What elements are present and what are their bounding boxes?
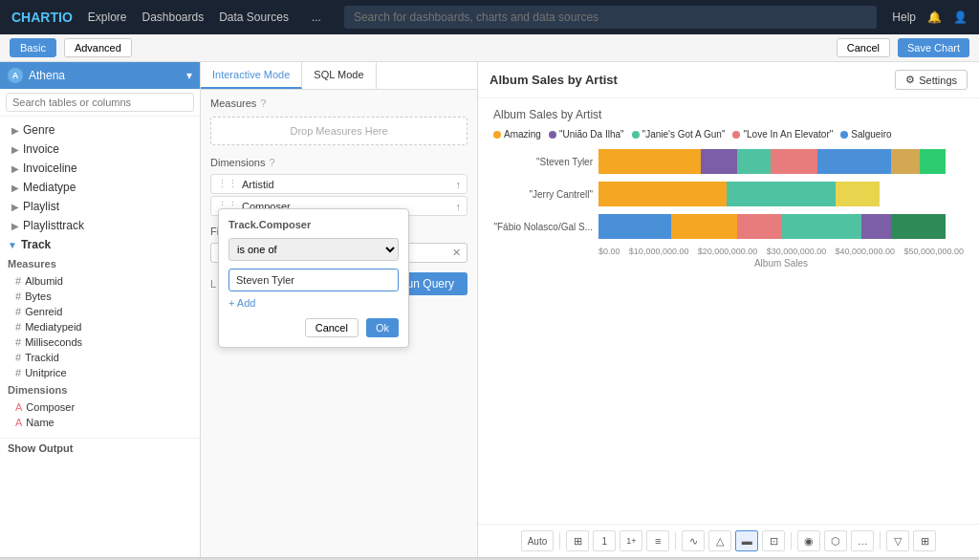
main-area: A Athena ▾ ▶Genre ▶Invoice ▶Invoiceline …	[0, 62, 979, 557]
toolbar-table-btn[interactable]: ⊞	[566, 530, 589, 551]
settings-button[interactable]: ⚙ Settings	[895, 70, 968, 90]
popup-ok-button[interactable]: Ok	[366, 318, 399, 337]
toolbar-area-btn[interactable]: △	[708, 530, 731, 551]
sidebar-tree: ▶Genre ▶Invoice ▶Invoiceline ▶Mediatype …	[0, 117, 200, 434]
dim-row-artistid[interactable]: ⋮⋮ Artistid ↑	[210, 174, 468, 194]
toolbar-grid-btn[interactable]: ⊞	[913, 530, 936, 551]
dimension-composer[interactable]: AComposer	[0, 399, 200, 415]
measures-help-icon[interactable]: ?	[260, 97, 266, 109]
dimensions-section: Dimensions ?	[201, 149, 477, 172]
toolbar-pie-btn[interactable]: ◉	[797, 530, 820, 551]
toolbar-more-btn[interactable]: …	[851, 530, 874, 551]
measures-section-title: Measures	[0, 254, 200, 273]
dimensions-label: Dimensions	[210, 157, 265, 168]
top-nav: CHARTIO Explore Dashboards Data Sources …	[0, 0, 979, 34]
bar-seg	[737, 214, 781, 239]
popup-op-select[interactable]: is one of is not one of contains equals	[228, 238, 399, 261]
measure-trackid[interactable]: #Trackid	[0, 350, 200, 365]
bar-seg	[891, 149, 921, 174]
toolbar-divider-4	[880, 532, 881, 549]
toolbar-list-btn[interactable]: ≡	[646, 530, 669, 551]
toolbar-funnel-btn[interactable]: ⬡	[824, 530, 847, 551]
bar-seg	[861, 214, 891, 239]
tab-interactive[interactable]: Interactive Mode	[201, 62, 302, 89]
dimensions-help-icon[interactable]: ?	[269, 157, 274, 168]
popup-add-link[interactable]: + Add	[228, 297, 399, 309]
drag-handle-icon[interactable]: ⋮⋮	[217, 178, 238, 190]
bar-container-0	[598, 149, 964, 174]
measure-mediatypeid[interactable]: #Mediatypeid	[0, 319, 200, 334]
measure-milliseconds[interactable]: #Milliseconds	[0, 334, 200, 350]
measure-unitprice[interactable]: #Unitprice	[0, 365, 200, 380]
logo: CHARTIO	[11, 10, 73, 25]
limits-label: L	[210, 278, 216, 290]
toolbar-bar-btn[interactable]: ▬	[735, 530, 758, 551]
legend-dot-2	[632, 131, 640, 139]
toolbar-divider-3	[791, 532, 792, 549]
toolbar-1-btn[interactable]: 1	[593, 530, 616, 551]
gear-icon: ⚙	[905, 74, 915, 86]
popup-cancel-button[interactable]: Cancel	[305, 318, 359, 337]
filter-popup: Track.Composer is one of is not one of c…	[218, 208, 409, 348]
sidebar-item-invoice[interactable]: ▶Invoice	[0, 140, 200, 159]
sort-icon-composer[interactable]: ↑	[456, 201, 462, 212]
bar-seg	[817, 149, 890, 174]
more-icon[interactable]: ...	[312, 11, 321, 24]
bell-icon[interactable]: 🔔	[927, 11, 942, 24]
bar-seg	[836, 182, 880, 206]
dimension-name[interactable]: AName	[0, 415, 200, 430]
bar-chart: "Steven Tyler "Jerry Cantrell"	[493, 149, 964, 239]
sidebar-item-genre[interactable]: ▶Genre	[0, 120, 200, 140]
axis-label-2: $20,000,000.00	[698, 247, 758, 256]
sort-icon-artistid[interactable]: ↑	[456, 179, 462, 190]
measures-section: Measures ?	[201, 90, 477, 113]
data-sources-link[interactable]: Data Sources	[219, 11, 289, 24]
toolbar-filter-btn[interactable]: ▽	[886, 530, 909, 551]
measure-albumid[interactable]: #Albumid	[0, 273, 200, 289]
popup-footer: Cancel Ok	[228, 318, 399, 337]
help-link[interactable]: Help	[892, 11, 916, 24]
measure-bytes[interactable]: #Bytes	[0, 289, 200, 304]
legend-label-1: "União Da Ilha"	[559, 129, 624, 140]
advanced-tab[interactable]: Advanced	[64, 38, 132, 57]
bar-seg	[920, 149, 946, 174]
dashboards-link[interactable]: Dashboards	[141, 11, 204, 24]
sidebar-item-playlisttrack[interactable]: ▶Playlisttrack	[0, 216, 200, 235]
tab-sql[interactable]: SQL Mode	[302, 62, 376, 89]
sidebar-search-input[interactable]	[6, 93, 194, 112]
chart-x-axis: $0.00 $10,000,000.00 $20,000,000.00 $30,…	[493, 247, 964, 256]
sidebar-item-playlist[interactable]: ▶Playlist	[0, 197, 200, 216]
sidebar-chevron-icon[interactable]: ▾	[186, 69, 192, 82]
bar-seg	[771, 149, 818, 174]
legend-dot-4	[840, 131, 848, 139]
filter-edit-icon[interactable]: ✕	[452, 247, 461, 259]
toolbar-scatter-btn[interactable]: ⊡	[762, 530, 785, 551]
popup-value-input[interactable]	[228, 269, 399, 291]
sidebar-header: A Athena ▾	[0, 62, 200, 89]
bar-seg	[598, 149, 701, 174]
chart-toolbar: Auto ⊞ 1 1+ ≡ ∿ △ ▬ ⊡ ◉ ⬡ … ▽ ⊞	[478, 524, 979, 557]
save-chart-button[interactable]: Save Chart	[898, 38, 969, 57]
sidebar-item-mediatype[interactable]: ▶Mediatype	[0, 178, 200, 197]
show-output-label[interactable]: Show Output	[0, 438, 200, 458]
toolbar-1plus-btn[interactable]: 1+	[620, 530, 642, 551]
toolbar-auto-btn[interactable]: Auto	[521, 530, 555, 551]
sidebar-item-track[interactable]: ▼Track	[0, 235, 200, 254]
bar-seg	[737, 149, 770, 174]
cancel-button[interactable]: Cancel	[837, 38, 890, 57]
sidebar-item-invoiceline[interactable]: ▶Invoiceline	[0, 159, 200, 178]
measure-genreid[interactable]: #Genreid	[0, 304, 200, 319]
drop-measures-zone[interactable]: Drop Measures Here	[210, 117, 468, 145]
legend-label-2: "Janie's Got A Gun"	[642, 129, 726, 140]
search-input[interactable]	[344, 6, 877, 29]
toolbar-divider-2	[675, 532, 676, 549]
toolbar-line-btn[interactable]: ∿	[682, 530, 705, 551]
basic-tab[interactable]: Basic	[10, 38, 56, 57]
sidebar: A Athena ▾ ▶Genre ▶Invoice ▶Invoiceline …	[0, 62, 201, 557]
user-icon[interactable]: 👤	[953, 11, 968, 24]
tab-bar: Interactive Mode SQL Mode	[201, 62, 477, 90]
sidebar-search-container	[0, 89, 200, 117]
bar-container-1	[598, 182, 964, 206]
legend-label-4: Salgueiro	[851, 129, 891, 140]
explore-link[interactable]: Explore	[88, 11, 127, 24]
